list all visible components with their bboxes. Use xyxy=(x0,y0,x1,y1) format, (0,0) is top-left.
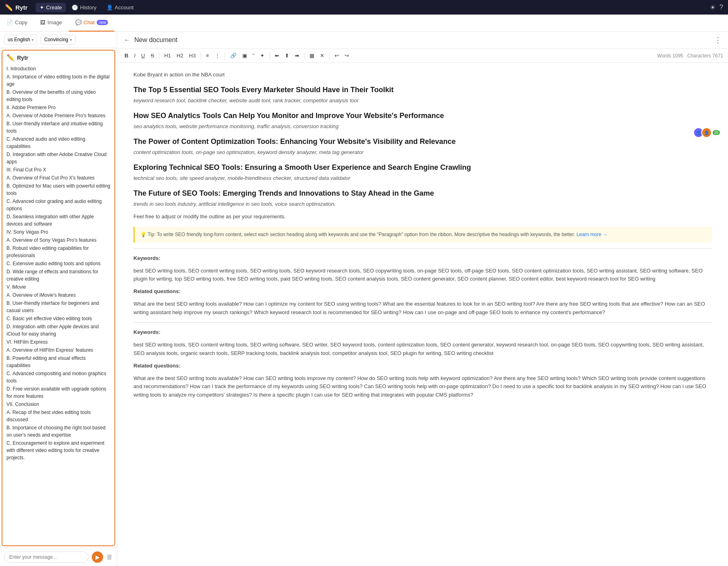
outline-item: V. iMovie xyxy=(6,283,110,291)
tone-chevron-icon: ▾ xyxy=(70,38,72,42)
bullet-list-button[interactable]: ≡ xyxy=(203,51,212,60)
link-button[interactable]: 🔗 xyxy=(228,51,239,60)
logo[interactable]: ✏️ Rytr xyxy=(5,4,28,11)
toolbar-separator-2 xyxy=(201,52,201,59)
outline-item: I. Introduction xyxy=(6,65,110,73)
nav-account[interactable]: 👤 Account xyxy=(102,3,138,12)
help-icon[interactable]: ? xyxy=(720,4,723,11)
section-keywords-1: keyword research tool, backlink checker,… xyxy=(133,97,712,105)
avatar-group: 👤 👤 35 xyxy=(693,127,720,138)
h2-button[interactable]: H2 xyxy=(174,51,186,60)
strikethrough-button[interactable]: S xyxy=(148,51,157,60)
doc-content: Kobe Bryant in action on the NBA court 👤… xyxy=(117,63,728,566)
h3-button[interactable]: H3 xyxy=(186,51,198,60)
top-nav-right: ☀ ? xyxy=(710,4,723,11)
document-title: New document xyxy=(134,36,710,44)
tab-chat[interactable]: 💬 Chat new xyxy=(69,15,115,32)
quote-button[interactable]: " xyxy=(250,51,257,60)
outline-item: D. Free version available with upgrade o… xyxy=(6,385,110,400)
outline-item: C. Advanced color grading and audio edit… xyxy=(6,197,110,213)
outline-item: C. Basic yet effective video editing too… xyxy=(6,315,110,323)
back-arrow-icon[interactable]: ← xyxy=(124,36,130,44)
doc-header: ← New document ⋮ xyxy=(117,32,728,49)
outline-item: C. Advanced audio and video editing capa… xyxy=(6,135,110,150)
outline-item: A. Overview of Adobe Premiere Pro's feat… xyxy=(6,112,110,120)
avatar-2: 👤 xyxy=(701,127,712,138)
nav-history[interactable]: 🕐 History xyxy=(68,3,100,12)
tab-copy[interactable]: 📄 Copy xyxy=(0,15,34,32)
sidebar-controls: us English ▾ Convincing ▾ xyxy=(0,32,117,48)
outline-item: B. Overview of the benefits of using vid… xyxy=(6,88,110,103)
tab-image-label: Image xyxy=(47,19,62,25)
outline-item: A. Importance of video editing tools in … xyxy=(6,73,110,88)
outline-item: C. Extensive audio editing tools and opt… xyxy=(6,260,110,268)
keywords-list-1: best SEO writing tools, SEO content writ… xyxy=(133,267,712,284)
outline-item: A. Overview of HitFilm Express' features xyxy=(6,346,110,354)
nav-account-label: Account xyxy=(115,4,134,11)
outline-item: VII. Conclusion xyxy=(6,400,110,408)
toolbar: B I U S H1 H2 H3 ≡ ⋮ 🔗 ▣ " ✦ ⬅ ⬆ ➡ ▦ ✕ ↩… xyxy=(117,49,728,63)
tab-image[interactable]: 🖼 Image xyxy=(34,15,68,32)
theme-toggle-icon[interactable]: ☀ xyxy=(710,4,715,11)
sidebar-header: ✏️ Rytr xyxy=(6,54,110,61)
outline-item: B. User-friendly interface and intuitive… xyxy=(6,120,110,135)
seo-tip-box: 💡 Tip: To write SEO friendly long-form c… xyxy=(133,227,712,243)
bold-button[interactable]: B xyxy=(122,51,131,60)
image-button[interactable]: ▣ xyxy=(240,51,250,60)
redo-button[interactable]: ↪ xyxy=(342,51,351,60)
word-char-count: Words 1095 Characters 7671 xyxy=(657,53,723,59)
align-right-button[interactable]: ➡ xyxy=(292,51,302,60)
outline-item: B. User-friendly interface for beginners… xyxy=(6,299,110,315)
doc-menu-icon[interactable]: ⋮ xyxy=(714,36,722,44)
outline-item: A. Overview of iMovie's features xyxy=(6,291,110,299)
align-left-button[interactable]: ⬅ xyxy=(272,51,281,60)
scrolled-text: Kobe Bryant in action on the NBA court xyxy=(133,71,712,79)
sidebar-header-text: Rytr xyxy=(17,55,28,61)
outline-item: IV. Sony Vegas Pro xyxy=(6,228,110,236)
keywords-label-1: Keywords: xyxy=(133,254,712,263)
section-heading-4: Exploring Technical SEO Tools: Ensuring … xyxy=(133,163,712,173)
outline-item: B. Robust video editing capabilities for… xyxy=(6,244,110,260)
h1-button[interactable]: H1 xyxy=(162,51,174,60)
outline-item: II. Adobe Premiere Pro xyxy=(6,103,110,112)
toolbar-separator-1 xyxy=(159,52,159,59)
undo-button[interactable]: ↩ xyxy=(332,51,341,60)
right-content: ← New document ⋮ B I U S H1 H2 H3 ≡ ⋮ 🔗 … xyxy=(117,32,728,566)
language-dropdown[interactable]: us English ▾ xyxy=(4,35,37,44)
table-button[interactable]: ▦ xyxy=(307,51,317,60)
nav-create-label: Create xyxy=(46,4,62,11)
tab-copy-label: Copy xyxy=(15,19,27,25)
toolbar-separator-6 xyxy=(329,52,330,59)
learn-more-link[interactable]: Learn more → xyxy=(577,232,608,237)
outline-item: III. Final Cut Pro X xyxy=(6,166,110,174)
chat-send-button[interactable]: ▶ xyxy=(92,551,103,563)
number-list-button[interactable]: ⋮ xyxy=(212,51,222,60)
outline-item: A. Overview of Final Cut Pro X's feature… xyxy=(6,174,110,182)
outline-item: D. Wide range of effects and transitions… xyxy=(6,268,110,283)
language-value: us English xyxy=(8,37,30,42)
divider-1 xyxy=(133,248,712,249)
italic-button[interactable]: I xyxy=(131,51,138,60)
section-heading-2: How SEO Analytics Tools Can Help You Mon… xyxy=(133,111,712,121)
main-layout: us English ▾ Convincing ▾ ✏️ Rytr I. Int… xyxy=(0,32,728,566)
underline-button[interactable]: U xyxy=(139,51,147,60)
highlight-button[interactable]: ✦ xyxy=(258,51,267,60)
outline-item: D. Integration with other Apple devices … xyxy=(6,323,110,338)
chat-new-badge: new xyxy=(97,20,108,25)
tone-dropdown[interactable]: Convincing ▾ xyxy=(40,35,75,44)
notification-badge: 35 xyxy=(713,130,720,135)
logo-icon: ✏️ xyxy=(5,4,13,11)
section-keywords-3: content optimization tools, on-page seo … xyxy=(133,148,712,157)
chat-message-input[interactable] xyxy=(4,551,89,563)
chat-delete-icon[interactable]: 🗑 xyxy=(106,553,113,561)
nav-create[interactable]: ✦ Create xyxy=(36,3,66,12)
nav-history-label: History xyxy=(80,4,96,11)
related-label-1: Related questions: xyxy=(133,287,712,296)
align-center-button[interactable]: ⬆ xyxy=(282,51,292,60)
clear-button[interactable]: ✕ xyxy=(317,51,327,60)
outline-item: C. Advanced compositing and motion graph… xyxy=(6,370,110,385)
free-adjust-text: Feel free to adjust or modify the outlin… xyxy=(133,213,712,221)
chat-tab-icon: 💬 xyxy=(75,19,82,25)
left-sidebar: us English ▾ Convincing ▾ ✏️ Rytr I. Int… xyxy=(0,32,117,566)
image-tab-icon: 🖼 xyxy=(40,19,45,25)
